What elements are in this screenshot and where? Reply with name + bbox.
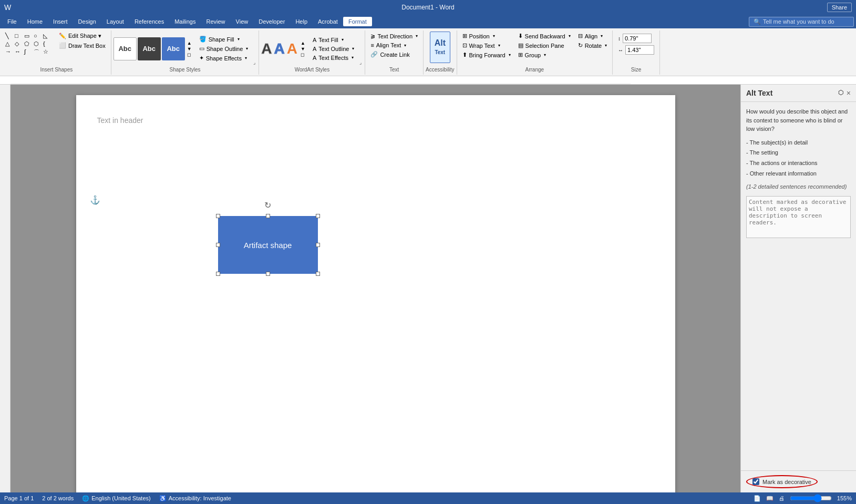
menu-item-review[interactable]: Review	[201, 17, 231, 26]
shape-outline-button[interactable]: ▭ Shape Outline ▾	[196, 44, 252, 53]
shape-styles-expand[interactable]: ⌟	[252, 59, 256, 66]
shape-diamond[interactable]: ◇	[15, 40, 23, 47]
width-field-row: ↔	[618, 45, 654, 55]
mark-decorative-container: Mark as decorative	[746, 475, 818, 488]
edit-shape-button[interactable]: ✏️ Edit Shape ▾	[56, 32, 109, 40]
handle-bottom-center[interactable]	[266, 272, 270, 276]
handle-top-left[interactable]	[216, 214, 220, 218]
menu-item-layout[interactable]: Layout	[101, 17, 129, 26]
wordart-style-1[interactable]: A	[261, 42, 272, 56]
scroll-down-icon[interactable]: ▼	[187, 46, 192, 52]
wordart-scroll[interactable]: ▲ ▼ ◻	[301, 40, 305, 57]
alt-text-textarea[interactable]	[746, 196, 851, 238]
rotate-handle[interactable]: ↻	[264, 200, 271, 210]
wa-scroll-up[interactable]: ▲	[301, 40, 305, 46]
align-button[interactable]: ⊟ Align ▾	[575, 32, 610, 40]
selection-pane-icon: ▤	[518, 42, 523, 49]
menu-item-view[interactable]: View	[231, 17, 254, 26]
shape-bracket[interactable]: ⌒	[34, 48, 42, 56]
text-direction-button[interactable]: ⫺ Text Direction ▾	[367, 32, 421, 40]
handle-middle-right[interactable]	[316, 243, 320, 247]
menu-item-developer[interactable]: Developer	[253, 17, 290, 26]
shape-effects-button[interactable]: ✦ Shape Effects ▾	[196, 54, 252, 63]
shape-line[interactable]: ╲	[5, 33, 14, 39]
menu-item-home[interactable]: Home	[22, 17, 48, 26]
wordart-expand[interactable]: ⌟	[358, 59, 363, 66]
create-link-button[interactable]: 🔗 Create Link	[367, 50, 421, 59]
position-icon: ⊞	[462, 33, 467, 39]
bring-forward-button[interactable]: ⬆ Bring Forward ▾	[459, 50, 514, 59]
menu-item-help[interactable]: Help	[290, 17, 313, 26]
shape-circle[interactable]: ○	[34, 33, 42, 39]
menu-item-design[interactable]: Design	[73, 17, 101, 26]
shape-right-triangle[interactable]: ◺	[43, 33, 51, 39]
shape-pentagon[interactable]: ⬠	[24, 40, 33, 47]
shape-hex[interactable]: ⬡	[34, 40, 42, 47]
menu-item-file[interactable]: File	[2, 17, 22, 26]
header-text: Text in header	[97, 116, 654, 125]
artifact-shape[interactable]: Artifact shape	[218, 216, 318, 274]
text-dir-arrow: ▾	[416, 34, 418, 38]
shape-style-2[interactable]: Abc	[138, 37, 161, 60]
scroll-up-icon[interactable]: ▲	[187, 40, 192, 46]
menu-item-acrobat[interactable]: Acrobat	[313, 17, 343, 26]
menu-item-references[interactable]: References	[129, 17, 169, 26]
selection-pane-button[interactable]: ▤ Selection Pane	[515, 41, 574, 50]
rotate-button[interactable]: ↻ Rotate ▾	[575, 41, 610, 50]
send-backward-icon: ⬇	[518, 33, 523, 39]
shape-container[interactable]: ↻ Artifact shape	[218, 216, 318, 274]
shape-fill-button[interactable]: 🪣 Shape Fill ▾	[196, 35, 252, 44]
shape-styles-scroll[interactable]: ▲ ▼ ◻	[187, 40, 192, 57]
shape-star[interactable]: ☆	[43, 48, 51, 56]
wordart-style-3[interactable]: A	[287, 42, 297, 56]
text-outline-arrow: ▾	[352, 46, 354, 51]
text-fill-button[interactable]: A Text Fill ▾	[310, 36, 357, 44]
width-input[interactable]	[625, 45, 654, 55]
search-box[interactable]: 🔍 Tell me what you want to do	[749, 17, 854, 27]
shape-style-1[interactable]: Abc	[114, 37, 137, 60]
shape-arrow-right[interactable]: →	[5, 48, 14, 56]
shape-brace[interactable]: {	[43, 40, 51, 47]
group-button[interactable]: ⊞ Group ▾	[515, 50, 574, 59]
shape-rect[interactable]: □	[15, 33, 23, 39]
handle-top-center[interactable]	[266, 214, 270, 218]
position-button[interactable]: ⊞ Position ▾	[459, 32, 514, 40]
shape-triangle[interactable]: △	[5, 40, 14, 47]
menu-item-format[interactable]: Format	[343, 17, 372, 26]
alt-text-list: - The subject(s) in detail - The setting…	[746, 138, 851, 179]
text-group-content: ⫺ Text Direction ▾ ≡ Align Text ▾ 🔗 Crea…	[367, 32, 421, 66]
alt-text-close-button[interactable]: ×	[847, 89, 851, 97]
mark-decorative-checkbox[interactable]	[752, 478, 759, 485]
align-text-button[interactable]: ≡ Align Text ▾	[367, 41, 421, 49]
handle-top-right[interactable]	[316, 214, 320, 218]
wrap-text-button[interactable]: ⊡ Wrap Text ▾	[459, 41, 514, 50]
handle-bottom-left[interactable]	[216, 272, 220, 276]
menu-item-insert[interactable]: Insert	[48, 17, 73, 26]
wa-scroll-down[interactable]: ▼	[301, 46, 305, 52]
shape-curve[interactable]: ∫	[24, 48, 33, 56]
alt-text-popout-icon[interactable]: ⬡	[838, 89, 843, 97]
shape-style-3[interactable]: Abc	[162, 37, 185, 60]
more-icon[interactable]: ◻	[187, 52, 192, 57]
shape-round-rect[interactable]: ▭	[24, 33, 33, 39]
handle-middle-left[interactable]	[216, 243, 220, 247]
handle-bottom-right[interactable]	[316, 272, 320, 276]
height-input[interactable]	[623, 34, 652, 43]
wa-more[interactable]: ◻	[301, 52, 305, 57]
share-button[interactable]: Share	[827, 3, 852, 12]
title-bar: W Document1 - Word Share	[0, 0, 856, 15]
document-canvas[interactable]: Text in header ⚓ ↻ Artifact shape	[11, 85, 740, 492]
text-fill-arrow: ▾	[342, 37, 344, 42]
send-backward-button[interactable]: ⬇ Send Backward ▾	[515, 32, 574, 40]
arrange-content: ⊞ Position ▾ ⊡ Wrap Text ▾ ⬆ Bring Forwa…	[459, 32, 611, 66]
draw-text-box-button[interactable]: ⬜ Draw Text Box	[56, 41, 109, 50]
alt-text-button[interactable]: AltText	[430, 32, 450, 63]
ribbon-group-shape-styles: Abc Abc Abc ▲ ▼ ◻ 🪣 Shape Fill	[111, 30, 260, 75]
shape-arrow-double[interactable]: ↔	[15, 48, 23, 56]
text-outline-button[interactable]: A Text Outline ▾	[310, 45, 357, 53]
anchor-icon: ⚓	[90, 195, 100, 205]
wordart-style-2[interactable]: A	[274, 42, 285, 56]
menu-item-mailings[interactable]: Mailings	[169, 17, 201, 26]
text-effects-button[interactable]: A Text Effects ▾	[310, 54, 357, 62]
arrange-col-1: ⊞ Position ▾ ⊡ Wrap Text ▾ ⬆ Bring Forwa…	[459, 32, 514, 59]
